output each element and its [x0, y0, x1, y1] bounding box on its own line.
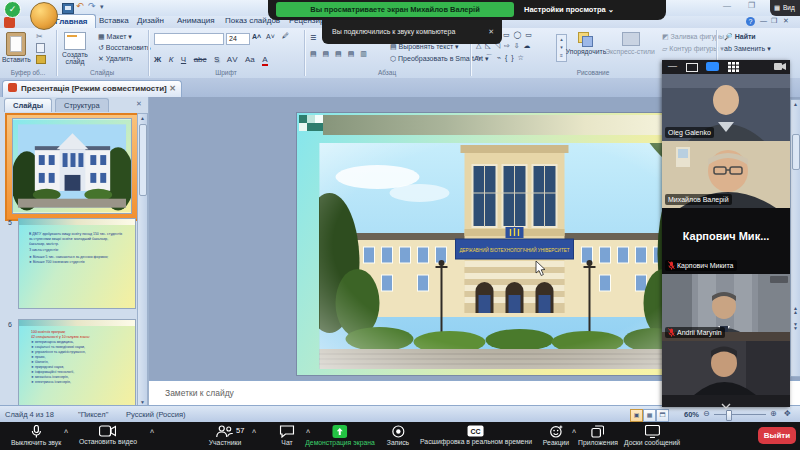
align-icons[interactable]: ▤ ▤ ▤ ▤ ▥: [310, 50, 369, 58]
quick-styles-button[interactable]: Экспресс-стили: [602, 48, 658, 55]
record-button[interactable]: Запись: [387, 425, 409, 446]
doc-minimize-button[interactable]: —: [760, 17, 767, 24]
panel-minimize-icon[interactable]: —: [668, 61, 677, 71]
redo-icon[interactable]: ↷: [88, 1, 96, 11]
video-tile-andrii[interactable]: Andrii Marynin: [662, 274, 790, 341]
university-photo[interactable]: ДЕРЖАВНИЙ БІОТЕХНОЛОГІЧНИЙ УНІВЕРСИТЕТ: [319, 143, 707, 369]
zoom-in-icon[interactable]: ⊕: [770, 409, 777, 418]
font-color-button[interactable]: А: [262, 55, 267, 66]
whiteboards-button[interactable]: Доски сообщений: [624, 425, 680, 446]
shapes-row3[interactable]: ∿ ⌒ ⌁ { } ☆: [476, 53, 525, 63]
tab-outline[interactable]: Структура: [55, 98, 109, 112]
active-layout-icon[interactable]: [706, 62, 719, 71]
document-tab[interactable]: Презентація [Режим совместимости] ✕: [2, 80, 182, 97]
collapse-chevron-icon[interactable]: [721, 403, 731, 409]
text-shadow-button[interactable]: S: [214, 55, 219, 64]
zoom-slider-thumb[interactable]: [726, 410, 732, 421]
underline-button[interactable]: Ч: [181, 55, 186, 64]
doc-restore-button[interactable]: ❐: [771, 17, 777, 25]
thumbnail-slide-4[interactable]: [5, 113, 141, 221]
thumbnail-slide-5[interactable]: В ДБТУ здобувають вищу освіту понад 150 …: [18, 218, 136, 309]
slide-sorter-button[interactable]: ▦: [643, 409, 656, 422]
next-slide-icon[interactable]: ▼▼: [791, 322, 800, 330]
window-restore-button[interactable]: ❐: [748, 1, 755, 10]
thumbnails-scrollbar[interactable]: ▲ ▼: [137, 113, 148, 405]
italic-button[interactable]: К: [169, 55, 174, 64]
tab-animation[interactable]: Анимация: [170, 14, 222, 28]
doc-close-button[interactable]: ✕: [783, 17, 789, 25]
collapse-strip[interactable]: [662, 395, 790, 407]
undo-icon[interactable]: ↶: [76, 1, 84, 11]
tab-design[interactable]: Дизайн: [130, 14, 171, 28]
leave-button[interactable]: Выйти: [758, 427, 796, 444]
window-minimize-button[interactable]: —: [723, 1, 731, 10]
camera-control-icon[interactable]: [774, 62, 786, 71]
shape-fill-button[interactable]: ◩ Заливка фигуры ▾: [662, 33, 730, 41]
format-painter-icon[interactable]: [36, 55, 46, 64]
replace-button[interactable]: ab Заменить ▾: [724, 45, 771, 53]
video-tile-mikhailov[interactable]: Михайлов Валерій: [662, 141, 790, 208]
layout-button[interactable]: ▦ Макет ▾: [98, 33, 132, 41]
stop-video-button[interactable]: Остановить видео: [79, 425, 137, 445]
zoom-slider-track[interactable]: [714, 414, 766, 415]
zoom-out-icon[interactable]: ⊖: [703, 409, 710, 418]
reset-button[interactable]: ↺ Восстановить: [98, 44, 151, 52]
arrange-icon[interactable]: [578, 32, 592, 44]
normal-view-button[interactable]: ▣: [630, 409, 643, 422]
paste-button[interactable]: Вставить: [2, 56, 30, 63]
grow-font-icon[interactable]: А˄: [252, 33, 261, 40]
clear-formatting-icon[interactable]: 🖉: [282, 32, 289, 39]
qat-dropdown-icon[interactable]: ▾: [100, 3, 104, 11]
font-size-combobox[interactable]: 24: [226, 33, 250, 45]
shrink-font-icon[interactable]: А˅: [266, 33, 275, 40]
thumbnail-slide-6[interactable]: 100 освітніх програм; 42 спеціальності у…: [18, 319, 136, 405]
notification-close-icon[interactable]: ✕: [488, 20, 494, 44]
bold-button[interactable]: Ж: [154, 55, 161, 64]
language-indicator[interactable]: Русский (Россия): [126, 410, 186, 419]
view-options-button[interactable]: Настройки просмотра ⌄: [524, 2, 614, 17]
copy-icon[interactable]: [36, 43, 45, 53]
char-spacing-button[interactable]: АV: [227, 55, 238, 64]
find-button[interactable]: 🔎 Найти: [724, 33, 756, 41]
zoom-level[interactable]: 60%: [684, 410, 699, 419]
slideshow-button[interactable]: 🗖: [656, 409, 669, 422]
tab-slides[interactable]: Слайды: [4, 98, 52, 112]
video-tile-karpovich[interactable]: Карпович Мик... Карпович Микита: [662, 208, 790, 274]
save-icon[interactable]: [62, 3, 74, 14]
view-layout-badge[interactable]: ▦ Вид: [770, 0, 800, 16]
font-name-combobox[interactable]: [154, 33, 224, 45]
fit-to-window-icon[interactable]: ✥: [784, 409, 791, 418]
gallery-view-icon[interactable]: [728, 62, 739, 72]
strikethrough-button[interactable]: abc: [194, 55, 207, 64]
mute-options-chevron[interactable]: ^: [64, 429, 68, 436]
editor-scrollbar[interactable]: ▲ ▲▲ ▼▼: [790, 99, 800, 377]
apps-button[interactable]: Приложения: [578, 425, 618, 446]
office-button[interactable]: [30, 2, 58, 30]
new-slide-button[interactable]: Создать слайд: [58, 51, 92, 65]
document-close-icon[interactable]: ✕: [169, 81, 176, 97]
delete-slide-button[interactable]: ✕ Удалить: [98, 55, 133, 63]
panel-close-icon[interactable]: ✕: [136, 100, 142, 108]
change-case-button[interactable]: Аа: [245, 55, 255, 64]
share-screen-button[interactable]: Демонстрация экрана: [305, 425, 374, 446]
new-slide-icon[interactable]: [64, 32, 86, 50]
align-text-button[interactable]: ▤ Выровнять текст ▾: [390, 43, 459, 51]
paste-icon[interactable]: [6, 32, 26, 56]
mute-button[interactable]: Выключить звук: [11, 425, 61, 446]
reactions-chevron[interactable]: ^: [572, 429, 576, 436]
participants-chevron[interactable]: ^: [252, 429, 256, 436]
video-tile-partial[interactable]: [662, 341, 790, 395]
speaker-view-icon[interactable]: [686, 63, 698, 72]
scrollbar-thumb[interactable]: [139, 124, 147, 196]
previous-slide-icon[interactable]: ▲▲: [791, 306, 800, 314]
smartart-button[interactable]: ⬡ Преобразовать в SmartArt ▾: [390, 55, 488, 63]
cut-icon[interactable]: ✂: [36, 32, 43, 41]
shape-outline-button[interactable]: ▱ Контур фигуры ▾: [662, 45, 724, 53]
quick-styles-icon[interactable]: [622, 32, 640, 46]
live-transcript-button[interactable]: CC Расшифровка в реальном времени: [420, 425, 532, 445]
help-icon[interactable]: ?: [746, 17, 755, 26]
video-options-chevron[interactable]: ^: [150, 429, 154, 436]
reactions-button[interactable]: Реакции: [543, 425, 569, 446]
chat-button[interactable]: Чат: [280, 425, 295, 446]
scroll-up-icon[interactable]: ▲: [138, 115, 147, 121]
